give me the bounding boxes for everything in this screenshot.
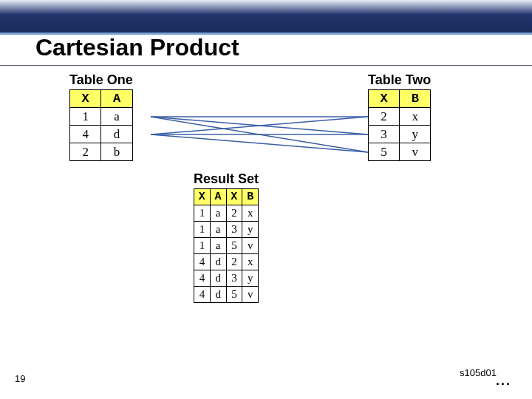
table-row: 5 v (369, 143, 431, 161)
cell: y (242, 222, 259, 238)
table-one-header-x: X (70, 90, 101, 108)
table-row: 4 d (70, 126, 133, 143)
table-two-grid: X B 2 x 3 y 5 v (368, 89, 431, 161)
cell: 2 (226, 205, 242, 222)
cell: 3 (226, 222, 242, 238)
cell: a (210, 238, 226, 254)
table-row: 2 b (70, 143, 133, 161)
table-row: 1 a 3 y (194, 222, 259, 238)
table-two-header-b: B (400, 90, 431, 108)
cell: d (101, 126, 132, 143)
table-one: Table One X A 1 a 4 d 2 b (69, 72, 133, 89)
cell: x (400, 108, 431, 126)
table-two-header-x: X (369, 90, 400, 108)
cell: v (242, 287, 259, 303)
cell: 3 (369, 126, 400, 143)
table-one-grid: X A 1 a 4 d 2 b (69, 89, 133, 161)
cell: d (210, 270, 226, 287)
cell: a (210, 222, 226, 238)
result-set: Result Set X A X B 1 a 2 x 1 a 3 y (194, 171, 259, 188)
page-title: Cartesian Product (35, 34, 239, 61)
table-row: 3 y (369, 126, 431, 143)
cell: v (400, 143, 431, 161)
result-header: X (226, 189, 242, 205)
svg-line-1 (151, 117, 368, 134)
slide-number: 19 (15, 373, 25, 384)
result-caption: Result Set (194, 171, 259, 187)
cell: 4 (194, 254, 211, 270)
cell: a (210, 205, 226, 222)
table-one-header-a: A (101, 90, 132, 108)
svg-line-3 (151, 117, 368, 134)
cell: 2 (369, 108, 400, 126)
slide-code-id: s105d01 (460, 367, 497, 378)
cell: 5 (226, 238, 242, 254)
title-underline (0, 65, 532, 66)
table-one-caption: Table One (69, 72, 133, 88)
table-row: 4 d 5 v (194, 287, 259, 303)
cell: 5 (369, 143, 400, 161)
cell: 4 (194, 287, 211, 303)
table-row: 1 a 2 x (194, 205, 259, 222)
result-header: B (242, 189, 259, 205)
cell: 5 (226, 287, 242, 303)
table-two-caption: Table Two (368, 72, 431, 88)
cell: 4 (194, 270, 211, 287)
svg-line-5 (151, 134, 368, 152)
table-row: 4 d 2 x (194, 254, 259, 270)
result-header: A (210, 189, 226, 205)
table-row: 4 d 3 y (194, 270, 259, 287)
cell: y (400, 126, 431, 143)
cell: 3 (226, 270, 242, 287)
cell: b (101, 143, 132, 161)
table-row: 1 a (70, 108, 133, 126)
cell: y (242, 270, 259, 287)
cell: 1 (194, 205, 211, 222)
cell: x (242, 254, 259, 270)
slide: Cartesian Product Table One X A 1 a 4 d (0, 0, 532, 399)
ellipsis-icon: ... (496, 373, 511, 389)
header-bar (0, 0, 532, 33)
cell: 2 (70, 143, 101, 161)
cell: 1 (70, 108, 101, 126)
table-row: 2 x (369, 108, 431, 126)
cell: 2 (226, 254, 242, 270)
cell: a (101, 108, 132, 126)
table-two: Table Two X B 2 x 3 y 5 v (368, 72, 431, 89)
cell: 1 (194, 222, 211, 238)
result-header: X (194, 189, 211, 205)
cell: 1 (194, 238, 211, 254)
cell: d (210, 287, 226, 303)
cell: d (210, 254, 226, 270)
cell: v (242, 238, 259, 254)
table-row: 1 a 5 v (194, 238, 259, 254)
result-grid: X A X B 1 a 2 x 1 a 3 y 1 (194, 188, 259, 303)
cell: 4 (70, 126, 101, 143)
cell: x (242, 205, 259, 222)
svg-line-2 (151, 117, 368, 152)
